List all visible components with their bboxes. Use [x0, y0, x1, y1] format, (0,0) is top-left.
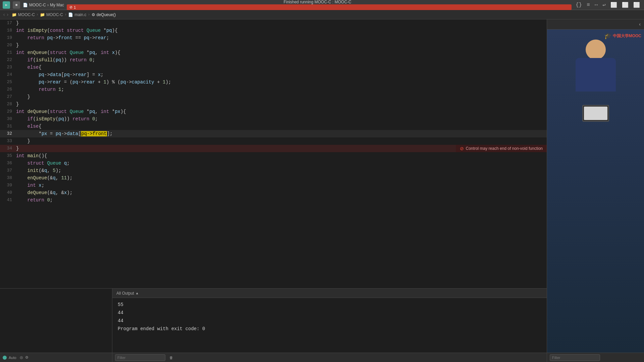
- breadcrumb-item-mooc2[interactable]: 📁 MOOC-C: [40, 12, 63, 17]
- line-num-40: 40: [0, 189, 16, 196]
- line-num-32: 32: [0, 130, 16, 137]
- window-btn-3[interactable]: ⬜: [632, 2, 641, 8]
- line-content-33: }: [16, 137, 547, 145]
- code-line-30: 30 if(isEmpty(pq)) return 0;: [0, 115, 547, 123]
- line-content-26: return 1;: [16, 86, 547, 93]
- breadcrumb-sep-1: ›: [36, 12, 39, 17]
- bottom-panel: Auto ◎ ⚙ All Output ▲ 55 44 44 Program e…: [0, 288, 547, 362]
- line-num-33: 33: [0, 137, 16, 145]
- code-line-27: 27 }: [0, 93, 547, 101]
- code-line-40: 40 deQueue(&q, &x);: [0, 189, 547, 196]
- breadcrumb: ‹ › 📁 MOOC-C › 📁 MOOC-C › 📄 main.c › ⚙ d…: [0, 10, 644, 19]
- status-icon-2[interactable]: ⚙: [25, 355, 29, 360]
- code-line-18: 18 int isEmpty(const struct Queue *pq){: [0, 27, 547, 34]
- output-line-55: 55: [118, 301, 541, 309]
- filter-input-left[interactable]: [550, 354, 600, 361]
- line-num-27: 27: [0, 93, 16, 101]
- code-line-36: 36 struct Queue q;: [0, 160, 547, 167]
- mooc-folder-icon: 📁: [12, 12, 17, 17]
- error-circle-icon: ⊘: [460, 145, 464, 152]
- code-line-21: 21 int enQueue(struct Queue *pq, int x){: [0, 49, 547, 56]
- line-num-39: 39: [0, 182, 16, 189]
- file-icon: 📄: [68, 12, 73, 17]
- play-button[interactable]: ▶: [3, 1, 10, 9]
- video-panel: ‹ 🎓 中国大学MOOC: [547, 19, 644, 362]
- line-num-19: 19: [0, 34, 16, 42]
- debug-indicator: [3, 356, 7, 360]
- code-line-22: 22 if(isFull(pq)) return 0;: [0, 56, 547, 64]
- window-btn-2[interactable]: ⬜: [621, 2, 630, 8]
- line-num-31: 31: [0, 123, 16, 130]
- line-num-41: 41: [0, 196, 16, 204]
- refresh-btn[interactable]: ↩: [601, 2, 607, 8]
- code-line-28: 28 }: [0, 101, 547, 108]
- error-message: Control may reach end of non-void functi…: [466, 145, 543, 152]
- breadcrumb-item-mooc[interactable]: 📁 MOOC-C: [12, 12, 35, 17]
- breadcrumb-sep-2: ›: [64, 12, 67, 17]
- code-line-35: 35 int main(){: [0, 152, 547, 160]
- bottom-left-panel: Auto ◎ ⚙: [0, 289, 112, 362]
- mooc-logo: 🎓 中国大学MOOC: [604, 32, 641, 40]
- project-name: MOOC-C: [29, 3, 46, 7]
- editor-container: 17 } 18 int isEmpty(const struct Queue *…: [0, 19, 547, 362]
- video-person: [547, 29, 644, 353]
- clear-btn[interactable]: 🗑: [169, 356, 173, 360]
- code-line-17: 17 }: [0, 19, 547, 27]
- bottom-right-panel: All Output ▲ 55 44 44 Program ended with…: [112, 289, 547, 362]
- window-btn-1[interactable]: ⬜: [609, 2, 619, 8]
- status-bar-right: 🗑: [112, 353, 547, 362]
- status-text: Finished running MOOC-C : MOOC-C ⊘ 1: [67, 0, 572, 10]
- line-num-22: 22: [0, 56, 16, 64]
- line-content-38: enQueue(&q, 11);: [16, 174, 547, 182]
- project-icon: 📄: [23, 3, 28, 7]
- stop-button[interactable]: ■: [13, 1, 20, 9]
- toolbar: ▶ ■ 📄 MOOC-C › My Mac Finished running M…: [0, 0, 644, 10]
- left-bottom-status: Auto ◎ ⚙: [0, 353, 112, 362]
- code-line-19: 19 return pq->front == pq->rear;: [0, 34, 547, 42]
- nav-back-btn[interactable]: ↔: [593, 2, 599, 8]
- status-icon-1[interactable]: ◎: [20, 355, 23, 360]
- line-content-31: else{: [16, 123, 547, 130]
- code-line-23: 23 else{: [0, 64, 547, 71]
- line-content-27: }: [16, 93, 547, 101]
- code-line-25: 25 pq->rear = (pq->rear + 1) % (pq->capa…: [0, 78, 547, 86]
- line-content-40: deQueue(&q, &x);: [16, 189, 547, 196]
- line-content-30: if(isEmpty(pq)) return 0;: [16, 115, 547, 123]
- video-content: 🎓 中国大学MOOC: [547, 29, 644, 353]
- separator: ›: [47, 3, 49, 7]
- breadcrumb-item-mainc[interactable]: 📄 main.c: [68, 12, 86, 17]
- code-line-34: 34 } ⊘ Control may reach end of non-void…: [0, 145, 547, 152]
- line-num-34: 34: [0, 145, 16, 152]
- list-icon-btn[interactable]: ≡: [585, 2, 591, 8]
- line-num-26: 26: [0, 86, 16, 93]
- output-program-end: Program ended with exit code: 0: [118, 325, 541, 333]
- line-content-39: int x;: [16, 182, 547, 189]
- video-collapse-icon[interactable]: ‹: [639, 22, 641, 27]
- code-line-20: 20 }: [0, 42, 547, 49]
- mooc-logo-icon: 🎓: [604, 32, 611, 40]
- mac-label: My Mac: [50, 3, 64, 7]
- mooc2-folder-icon: 📁: [40, 12, 45, 17]
- breadcrumb-forward[interactable]: ›: [6, 12, 9, 17]
- code-line-31: 31 else{: [0, 123, 547, 130]
- line-num-36: 36: [0, 160, 16, 167]
- line-content-28: }: [16, 101, 547, 108]
- toolbar-right: {} ≡ ↔ ↩ ⬜ ⬜ ⬜: [574, 2, 641, 8]
- main-area: 17 } 18 int isEmpty(const struct Queue *…: [0, 19, 644, 362]
- line-num-37: 37: [0, 167, 16, 174]
- line-num-17: 17: [0, 19, 16, 27]
- line-content-29: int deQueue(struct Queue *pq, int *px){: [16, 108, 547, 115]
- breadcrumb-back[interactable]: ‹: [3, 12, 5, 17]
- left-top-area: [0, 289, 112, 353]
- line-content-24: pq->data[pq->rear] = x;: [16, 71, 547, 78]
- filter-input-right[interactable]: [115, 354, 165, 361]
- video-status-bar: [547, 353, 644, 362]
- code-icon-btn[interactable]: {}: [574, 2, 583, 8]
- line-content-17: }: [16, 19, 547, 27]
- breadcrumb-item-dequeue[interactable]: ⚙ deQueue(): [92, 12, 116, 17]
- code-editor[interactable]: 17 } 18 int isEmpty(const struct Queue *…: [0, 19, 547, 288]
- code-line-38: 38 enQueue(&q, 11);: [0, 174, 547, 182]
- project-selector[interactable]: 📄 MOOC-C › My Mac: [23, 3, 64, 7]
- line-content-25: pq->rear = (pq->rear + 1) % (pq->capacit…: [16, 78, 547, 86]
- output-tab[interactable]: All Output ▲: [112, 289, 547, 298]
